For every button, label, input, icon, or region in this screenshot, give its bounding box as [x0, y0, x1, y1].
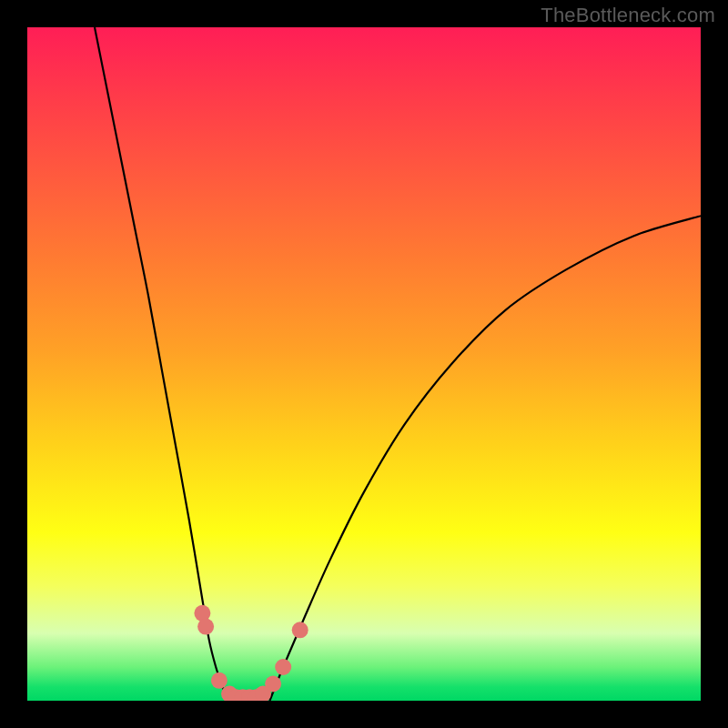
plot-area	[27, 27, 701, 701]
chart-svg	[27, 27, 701, 701]
data-point	[275, 659, 291, 675]
watermark-text: TheBottleneck.com	[541, 4, 715, 27]
left-curve	[95, 27, 229, 701]
data-point	[211, 672, 228, 689]
data-point	[292, 622, 308, 638]
data-point	[197, 619, 214, 635]
data-point	[265, 676, 281, 693]
chart-frame: TheBottleneck.com	[0, 0, 728, 728]
right-curve	[269, 216, 701, 701]
